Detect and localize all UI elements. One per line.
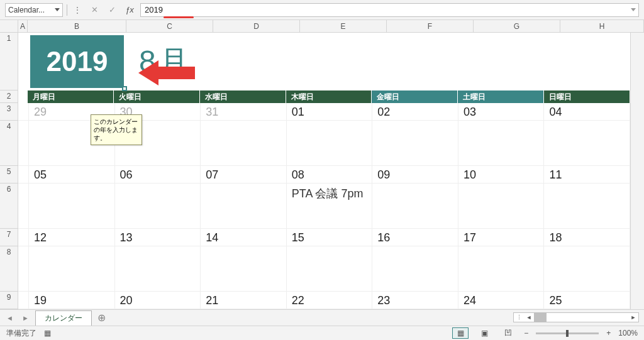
row-header[interactable]: 7 bbox=[0, 229, 18, 246]
cancel-icon[interactable]: ✕ bbox=[87, 3, 101, 17]
row-header[interactable]: 5 bbox=[0, 166, 18, 184]
zoom-slider[interactable] bbox=[536, 332, 599, 334]
col-header[interactable]: H bbox=[560, 20, 644, 32]
date-cell[interactable]: 24 bbox=[458, 292, 545, 309]
event-cell[interactable] bbox=[458, 246, 545, 291]
vertical-scrollbar[interactable] bbox=[630, 33, 644, 309]
date-cell[interactable]: 31 bbox=[201, 103, 287, 120]
event-cell[interactable] bbox=[201, 246, 287, 291]
event-cell[interactable] bbox=[458, 184, 545, 228]
fx-icon[interactable]: ƒx bbox=[123, 3, 136, 17]
date-cell[interactable]: 05 bbox=[29, 166, 115, 183]
month-cell[interactable]: 8月 bbox=[126, 33, 630, 90]
formula-input[interactable]: 2019 bbox=[140, 3, 639, 17]
more-icon[interactable]: ⋮ bbox=[71, 6, 84, 14]
row-header[interactable]: 3 bbox=[0, 103, 18, 121]
col-header[interactable]: C bbox=[126, 20, 213, 32]
zoom-out-icon[interactable]: − bbox=[524, 329, 528, 337]
row-header[interactable]: 8 bbox=[0, 246, 18, 292]
date-cell[interactable]: 17 bbox=[458, 229, 545, 246]
view-pagebreak-icon[interactable]: 凹 bbox=[500, 327, 516, 339]
date-cell[interactable]: 21 bbox=[201, 292, 287, 309]
event-cell[interactable] bbox=[544, 121, 630, 165]
tab-last-icon[interactable]: ► bbox=[19, 314, 31, 322]
row-header[interactable]: 9 bbox=[0, 292, 18, 309]
date-cell[interactable]: 14 bbox=[201, 229, 287, 246]
event-cell[interactable] bbox=[287, 121, 373, 165]
col-header[interactable]: B bbox=[28, 20, 126, 32]
date-cell[interactable]: 02 bbox=[372, 103, 458, 120]
event-cell[interactable] bbox=[544, 246, 630, 291]
accept-icon[interactable]: ✓ bbox=[105, 3, 119, 17]
date-cell[interactable]: 15 bbox=[287, 229, 373, 246]
dow-cell: 金曜日 bbox=[372, 90, 458, 103]
scroll-left-icon[interactable]: ◄ bbox=[524, 313, 534, 322]
scroll-thumb[interactable] bbox=[534, 313, 547, 322]
col-header[interactable]: F bbox=[387, 20, 474, 32]
zoom-level[interactable]: 100% bbox=[618, 329, 638, 337]
fill-handle[interactable] bbox=[122, 86, 127, 91]
event-cell[interactable] bbox=[372, 121, 458, 165]
macro-record-icon[interactable]: ▦ bbox=[44, 329, 51, 337]
select-all-cell[interactable] bbox=[0, 20, 18, 32]
date-cell[interactable]: 08 bbox=[287, 166, 373, 183]
date-cell[interactable]: 13 bbox=[115, 229, 201, 246]
row-header[interactable]: 4 bbox=[0, 121, 18, 166]
col-header[interactable]: A bbox=[18, 20, 28, 32]
event-cell[interactable] bbox=[287, 246, 373, 291]
row-header[interactable]: 6 bbox=[0, 184, 18, 229]
col-header[interactable]: D bbox=[213, 20, 300, 32]
annotation-underline bbox=[164, 16, 194, 18]
formula-bar: Calendar... ⋮ ✕ ✓ ƒx 2019 bbox=[0, 0, 644, 20]
event-cell[interactable]: PTA 会議 7pm bbox=[287, 184, 373, 228]
date-cell[interactable]: 12 bbox=[29, 229, 115, 246]
col-header[interactable]: E bbox=[300, 20, 387, 32]
grid-body[interactable]: 2019 8月 このカレンダーの年を入力します。 月曜日 火曜日 水曜日 木曜日… bbox=[18, 33, 630, 309]
date-cell[interactable]: 03 bbox=[458, 103, 545, 120]
date-cell[interactable]: 20 bbox=[115, 292, 201, 309]
date-cell[interactable]: 07 bbox=[201, 166, 287, 183]
date-cell[interactable]: 19 bbox=[29, 292, 115, 309]
year-cell[interactable]: 2019 bbox=[28, 33, 126, 90]
event-cell[interactable] bbox=[29, 184, 115, 228]
date-cell[interactable]: 09 bbox=[372, 166, 458, 183]
date-cell[interactable]: 25 bbox=[544, 292, 630, 309]
event-cell[interactable] bbox=[544, 184, 630, 228]
scroll-right-icon[interactable]: ► bbox=[628, 313, 638, 322]
tab-first-icon[interactable]: ◄ bbox=[4, 314, 16, 322]
zoom-thumb[interactable] bbox=[566, 330, 569, 337]
dow-cell: 日曜日 bbox=[544, 90, 630, 103]
event-cell[interactable] bbox=[29, 246, 115, 291]
row-header[interactable]: 2 bbox=[0, 90, 18, 103]
date-cell[interactable]: 22 bbox=[287, 292, 373, 309]
add-sheet-icon[interactable]: ⊕ bbox=[96, 312, 108, 324]
event-cell[interactable] bbox=[115, 246, 201, 291]
event-cell[interactable] bbox=[201, 184, 287, 228]
event-cell[interactable] bbox=[372, 184, 458, 228]
date-cell[interactable]: 10 bbox=[458, 166, 545, 183]
scroll-start-icon[interactable]: ⋮ bbox=[514, 313, 524, 322]
col-header[interactable]: G bbox=[474, 20, 560, 32]
name-box[interactable]: Calendar... bbox=[5, 3, 63, 17]
event-cell[interactable] bbox=[201, 121, 287, 165]
date-cell[interactable]: 01 bbox=[287, 103, 373, 120]
horizontal-scrollbar[interactable]: ⋮ ◄ ► bbox=[513, 312, 639, 322]
dow-cell: 水曜日 bbox=[200, 90, 286, 103]
view-pagelayout-icon[interactable]: ▣ bbox=[476, 327, 492, 339]
dow-cell: 火曜日 bbox=[114, 90, 200, 103]
row-header[interactable]: 1 bbox=[0, 33, 18, 90]
event-cell[interactable] bbox=[372, 246, 458, 291]
date-cell[interactable]: 23 bbox=[372, 292, 458, 309]
date-cell[interactable]: 06 bbox=[115, 166, 201, 183]
view-normal-icon[interactable]: ▦ bbox=[452, 327, 469, 339]
event-cell[interactable] bbox=[115, 184, 201, 228]
date-cell[interactable]: 11 bbox=[544, 166, 630, 183]
zoom-in-icon[interactable]: + bbox=[606, 329, 611, 337]
day-of-week-header: 月曜日 火曜日 水曜日 木曜日 金曜日 土曜日 日曜日 bbox=[18, 90, 630, 103]
date-cell[interactable]: 16 bbox=[372, 229, 458, 246]
date-cell[interactable]: 18 bbox=[544, 229, 630, 246]
date-cell[interactable]: 04 bbox=[544, 103, 630, 120]
event-cell[interactable] bbox=[458, 121, 545, 165]
scroll-track[interactable] bbox=[534, 313, 628, 322]
sheet-tab-active[interactable]: カレンダー bbox=[35, 310, 92, 326]
